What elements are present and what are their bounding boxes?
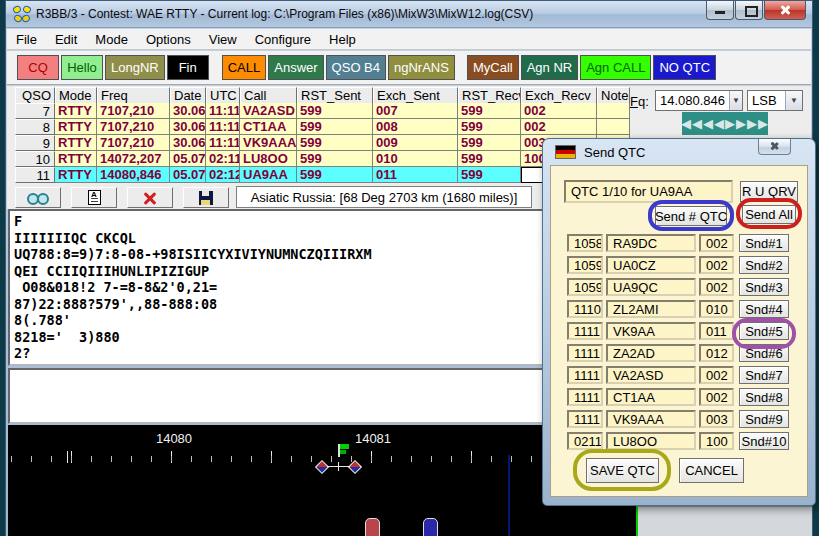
cell-date[interactable]: 05.07.: [170, 151, 206, 167]
col-header-notes[interactable]: Notes: [597, 87, 630, 104]
row-number[interactable]: 9: [15, 135, 55, 151]
menu-file[interactable]: File: [7, 30, 46, 49]
cell-call[interactable]: UA9AA: [240, 167, 297, 183]
qtc-call-field[interactable]: UA9QC: [606, 278, 696, 296]
close-button[interactable]: [764, 1, 806, 20]
snd2-button[interactable]: Snd#2: [739, 256, 789, 274]
cell-notes[interactable]: [597, 103, 630, 119]
macro-button-fin[interactable]: Fin: [167, 55, 209, 80]
cell-mode[interactable]: RTTY: [55, 119, 97, 135]
menu-view[interactable]: View: [200, 30, 246, 49]
cell-rst-recv[interactable]: 599: [458, 119, 521, 135]
cell-utc[interactable]: 02:11: [206, 151, 240, 167]
cell-exch-sent[interactable]: 008: [373, 119, 458, 135]
cell-exch-sent[interactable]: 011: [373, 167, 458, 183]
qtc-header-field[interactable]: QTC 1/10 for UA9AA: [564, 180, 733, 203]
qtc-serial-field[interactable]: 1111: [567, 366, 603, 384]
qso-marker-red[interactable]: [365, 518, 380, 536]
cell-rst-recv[interactable]: 599: [458, 135, 521, 151]
qtc-nr-field[interactable]: 002: [699, 234, 734, 252]
menu-mode[interactable]: Mode: [86, 30, 137, 49]
cell-exch-recv[interactable]: 002: [521, 119, 597, 135]
cell-mode[interactable]: RTTY: [55, 167, 97, 183]
qtc-nr-field[interactable]: 100: [699, 432, 734, 450]
cell-rst-recv[interactable]: 599: [458, 167, 521, 183]
cell-freq[interactable]: 14072,207: [97, 151, 170, 167]
qtc-nr-field[interactable]: 011: [699, 322, 734, 340]
macro-button-agncall[interactable]: Agn CALL: [580, 55, 651, 80]
cell-rst-sent[interactable]: 599: [297, 135, 373, 151]
cell-call[interactable]: LU8OO: [240, 151, 297, 167]
col-header-utc[interactable]: UTC: [206, 87, 240, 104]
qtc-nr-field[interactable]: 002: [699, 388, 734, 406]
qtc-serial-field[interactable]: 1059: [567, 278, 603, 296]
menu-options[interactable]: Options: [137, 30, 200, 49]
mode-combo[interactable]: LSB ▼: [747, 90, 803, 111]
qtc-close-button[interactable]: [758, 139, 791, 155]
r-u-qrv-button[interactable]: R U QRV: [740, 181, 798, 202]
col-header-call[interactable]: Call: [240, 87, 297, 104]
qtc-nr-field[interactable]: 012: [699, 344, 734, 362]
cell-call[interactable]: CT1AA: [240, 119, 297, 135]
macro-button-hello[interactable]: Hello: [61, 55, 103, 80]
row-number[interactable]: 11: [15, 167, 55, 183]
qtc-serial-field[interactable]: 1059: [567, 256, 603, 274]
macro-button-mycall[interactable]: MyCall: [467, 55, 519, 80]
snd9-button[interactable]: Snd#9: [739, 410, 789, 428]
macro-button-call[interactable]: CALL: [222, 55, 267, 80]
qtc-nr-field[interactable]: 002: [699, 278, 734, 296]
col-header-freq[interactable]: Freq: [97, 87, 170, 104]
qtc-serial-field[interactable]: 1111: [567, 388, 603, 406]
cancel-button[interactable]: CANCEL: [679, 458, 744, 483]
cell-exch-recv[interactable]: 002: [521, 103, 597, 119]
qtc-call-field[interactable]: UA0CZ: [606, 256, 696, 274]
cell-notes[interactable]: [597, 119, 630, 135]
cell-exch-sent[interactable]: 009: [373, 135, 458, 151]
cell-exch-sent[interactable]: 010: [373, 151, 458, 167]
cell-freq[interactable]: 7107,210: [97, 135, 170, 151]
snd3-button[interactable]: Snd#3: [739, 278, 789, 296]
cell-utc[interactable]: 11:11: [206, 119, 240, 135]
cell-call[interactable]: VA2ASD: [240, 103, 297, 119]
menu-edit[interactable]: Edit: [46, 30, 86, 49]
minimize-button[interactable]: [706, 1, 734, 20]
maximize-button[interactable]: [735, 1, 763, 20]
qtc-nr-field[interactable]: 002: [699, 256, 734, 274]
snd10-button[interactable]: Snd#10: [739, 432, 789, 450]
qtc-serial-field[interactable]: 1111: [567, 410, 603, 428]
macro-button-agnnr[interactable]: Agn NR: [521, 55, 579, 80]
snd4-button[interactable]: Snd#4: [739, 300, 789, 318]
qtc-nr-field[interactable]: 003: [699, 410, 734, 428]
qtc-call-field[interactable]: RA9DC: [606, 234, 696, 252]
snd7-button[interactable]: Snd#7: [739, 366, 789, 384]
cell-rst-sent[interactable]: 599: [297, 103, 373, 119]
row-number[interactable]: 10: [15, 151, 55, 167]
snd5-button[interactable]: Snd#5: [739, 322, 789, 340]
title-bar[interactable]: R3BB/3 - Contest: WAE RTTY - Current log…: [6, 1, 812, 28]
qtc-serial-field[interactable]: 1111: [567, 322, 603, 340]
macro-button-answer[interactable]: Answer: [268, 55, 323, 80]
qtc-call-field[interactable]: ZA2AD: [606, 344, 696, 362]
cell-utc[interactable]: 11:11: [206, 135, 240, 151]
menu-help[interactable]: Help: [320, 30, 365, 49]
frequency-combo[interactable]: 14.080.846 ▼: [655, 90, 743, 111]
cell-mode[interactable]: RTTY: [55, 135, 97, 151]
cell-freq[interactable]: 7107,210: [97, 103, 170, 119]
col-header-rst-sent[interactable]: RST_Sent: [297, 87, 373, 104]
menu-configure[interactable]: Configure: [246, 30, 320, 49]
cell-date[interactable]: 05.07.: [170, 167, 206, 183]
delete-qso-button[interactable]: [127, 187, 173, 208]
col-header-exch-sent[interactable]: Exch_Sent: [373, 87, 458, 104]
macro-button-noqtc[interactable]: NO QTC: [653, 55, 716, 80]
qtc-serial-field[interactable]: 0211: [567, 432, 603, 450]
chevron-down-icon[interactable]: ▼: [729, 91, 742, 110]
snd6-button[interactable]: Snd#6: [739, 344, 789, 362]
cell-mode[interactable]: RTTY: [55, 103, 97, 119]
col-header-exch-recv[interactable]: Exch_Recv: [521, 87, 597, 104]
snd8-button[interactable]: Snd#8: [739, 388, 789, 406]
qtc-serial-field[interactable]: 1111: [567, 344, 603, 362]
qtc-serial-field[interactable]: 1058: [567, 234, 603, 252]
cell-freq[interactable]: 7107,210: [97, 119, 170, 135]
cell-call[interactable]: VK9AAA: [240, 135, 297, 151]
cell-rst-recv[interactable]: 599: [458, 103, 521, 119]
